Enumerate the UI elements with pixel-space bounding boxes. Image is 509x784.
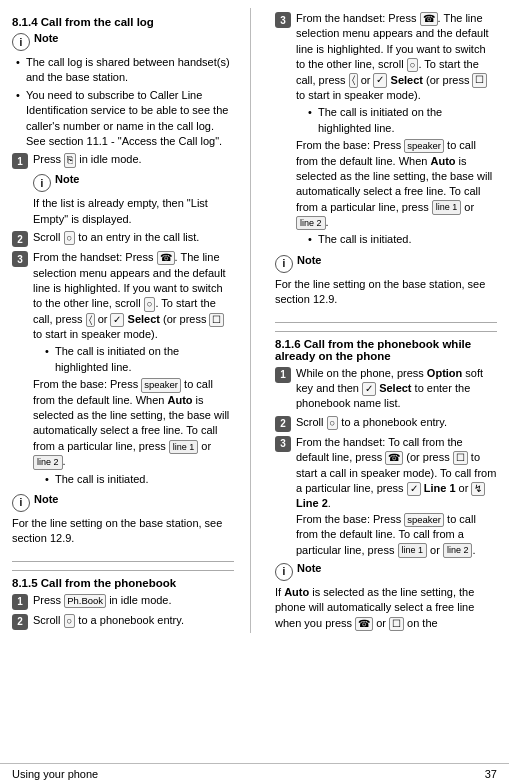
- left-column: 8.1.4 Call from the call log i Note The …: [12, 8, 251, 633]
- bullet-item: You need to subscribe to Caller Line Ide…: [12, 88, 234, 150]
- divider-815: [12, 561, 234, 562]
- key-scroll: ○: [64, 231, 76, 245]
- note-label-814-1: Note: [34, 32, 58, 44]
- key-handset-r: ☎: [420, 12, 438, 26]
- key-line2-816: line 2: [443, 543, 473, 558]
- key-select-r: ✓: [373, 73, 387, 87]
- step-num-815-2: 2: [12, 614, 28, 630]
- key-spk-816: ☐: [453, 451, 468, 465]
- note-label-816: Note: [297, 562, 321, 574]
- step-content-814-2: Scroll ○ to an entry in the call list.: [33, 230, 234, 245]
- key-handset-816: ☎: [385, 451, 403, 465]
- key-right-816: ↯: [471, 482, 485, 496]
- section-815-title: 8.1.5 Call from the phonebook: [12, 577, 176, 589]
- right-column: 3 From the handset: Press ☎. The line se…: [271, 8, 497, 633]
- step-num-816-2: 2: [275, 416, 291, 432]
- step-content-815-1: Press Ph.Book in idle mode.: [33, 593, 234, 608]
- section-814-title: 8.1.4 Call from the call log: [12, 16, 154, 28]
- step-num-816-1: 1: [275, 367, 291, 383]
- sub-bullet-item: The call is initiated on the highlighted…: [306, 105, 497, 136]
- note-block-816: i Note: [275, 562, 497, 581]
- note-bullets-814-1: The call log is shared between handset(s…: [12, 55, 234, 149]
- key-speaker-r2: speaker: [404, 139, 444, 153]
- key-select: ✓: [110, 313, 124, 327]
- key-left-r: 〈: [349, 73, 358, 87]
- key-left: 〈: [86, 313, 95, 327]
- key-spk-note816: ☐: [389, 617, 404, 631]
- sub-bullet-item: The call is initiated.: [43, 472, 234, 487]
- footer-bar: Using your phone 37: [0, 763, 509, 784]
- note-text-814-list: If the list is already empty, then "List…: [33, 196, 234, 227]
- sub-bullet-item: The call is initiated.: [306, 232, 497, 247]
- sub-bullet-item: The call is initiated on the highlighted…: [43, 344, 234, 375]
- key-line2-r: line 2: [296, 216, 326, 231]
- key-line2: line 2: [33, 455, 63, 470]
- key-left-note816: ☎: [355, 617, 373, 631]
- step-num-815r-3: 3: [275, 12, 291, 28]
- footer-right: 37: [485, 768, 497, 780]
- step-816-1: 1 While on the phone, press Option soft …: [275, 366, 497, 412]
- note-text-815r: For the line setting on the base station…: [275, 277, 497, 308]
- step-814-3: 3 From the handset: Press ☎. The line se…: [12, 250, 234, 489]
- divider-816: [275, 322, 497, 323]
- section-814-header: 8.1.4 Call from the call log: [12, 16, 234, 28]
- step-815-2: 2 Scroll ○ to a phonebook entry.: [12, 613, 234, 630]
- note-text-814-2: For the line setting on the base station…: [12, 516, 234, 547]
- step-814-2: 2 Scroll ○ to an entry in the call list.: [12, 230, 234, 247]
- step-content-814-3: From the handset: Press ☎. The line sele…: [33, 250, 234, 489]
- note-icon-816: i: [275, 563, 293, 581]
- step-814-1: 1 Press ⎘ in idle mode.: [12, 152, 234, 169]
- sub-bullets-815r-3: The call is initiated on the highlighted…: [306, 105, 497, 136]
- step-content-815r-3: From the handset: Press ☎. The line sele…: [296, 11, 497, 250]
- step-content-816-1: While on the phone, press Option soft ke…: [296, 366, 497, 412]
- key-line1-r: line 1: [432, 200, 462, 215]
- note-icon-814-1: i: [12, 33, 30, 51]
- note-label-814-list: Note: [55, 173, 79, 185]
- note-label-815r: Note: [297, 254, 321, 266]
- step-num-816-3: 3: [275, 436, 291, 452]
- bullet-item: The call log is shared between handset(s…: [12, 55, 234, 86]
- key-phbook2: Ph.Book: [64, 594, 106, 608]
- step-num-815-1: 1: [12, 594, 28, 610]
- step-content-816-3: From the handset: To call from the defau…: [296, 435, 497, 558]
- key-line1-816: line 1: [398, 543, 428, 558]
- note-block-814-1: i Note: [12, 32, 234, 51]
- key-select-816: ✓: [362, 382, 376, 396]
- note-label-814-2: Note: [34, 493, 58, 505]
- step-816-3: 3 From the handset: To call from the def…: [275, 435, 497, 558]
- key-scroll3: ○: [64, 614, 76, 628]
- key-line1: line 1: [169, 440, 199, 455]
- note-icon-815r: i: [275, 255, 293, 273]
- section-816-header: 8.1.6 Call from the phonebook while alre…: [275, 331, 497, 362]
- key-speaker2: speaker: [141, 378, 181, 392]
- section-816-title: 8.1.6 Call from the phonebook while alre…: [275, 338, 471, 362]
- key-left-816: ✓: [407, 482, 421, 496]
- key-speaker-r: ☐: [472, 73, 487, 87]
- sub-bullets-814-3b: The call is initiated.: [43, 472, 234, 487]
- footer-left: Using your phone: [12, 768, 98, 780]
- key-speaker: ☐: [209, 313, 224, 327]
- step-815-1: 1 Press Ph.Book in idle mode.: [12, 593, 234, 610]
- sub-bullets-814-3: The call is initiated on the highlighted…: [43, 344, 234, 375]
- key-scroll2: ○: [144, 297, 156, 311]
- key-handset: ☎: [157, 251, 175, 265]
- step-815r-3: 3 From the handset: Press ☎. The line se…: [275, 11, 497, 250]
- note-text-816: If Auto is selected as the line setting,…: [275, 585, 497, 631]
- step-content-816-2: Scroll ○ to a phonebook entry.: [296, 415, 497, 430]
- section-815-header: 8.1.5 Call from the phonebook: [12, 570, 234, 589]
- step-content-815-2: Scroll ○ to a phonebook entry.: [33, 613, 234, 628]
- step-816-2: 2 Scroll ○ to a phonebook entry.: [275, 415, 497, 432]
- key-scroll-816: ○: [327, 416, 339, 430]
- note-block-814-2: i Note: [12, 493, 234, 512]
- key-scroll-r: ○: [407, 58, 419, 72]
- step-content-814-1: Press ⎘ in idle mode.: [33, 152, 234, 167]
- note-block-815r: i Note: [275, 254, 497, 273]
- sub-bullets-815r-3b: The call is initiated.: [306, 232, 497, 247]
- key-speaker-816: speaker: [404, 513, 444, 527]
- key-phbook: ⎘: [64, 153, 76, 167]
- step-num-814-1: 1: [12, 153, 28, 169]
- note-icon-814-2: i: [12, 494, 30, 512]
- step-num-814-3: 3: [12, 251, 28, 267]
- note-icon-814-list: i: [33, 174, 51, 192]
- note-block-814-list: i Note: [33, 173, 234, 192]
